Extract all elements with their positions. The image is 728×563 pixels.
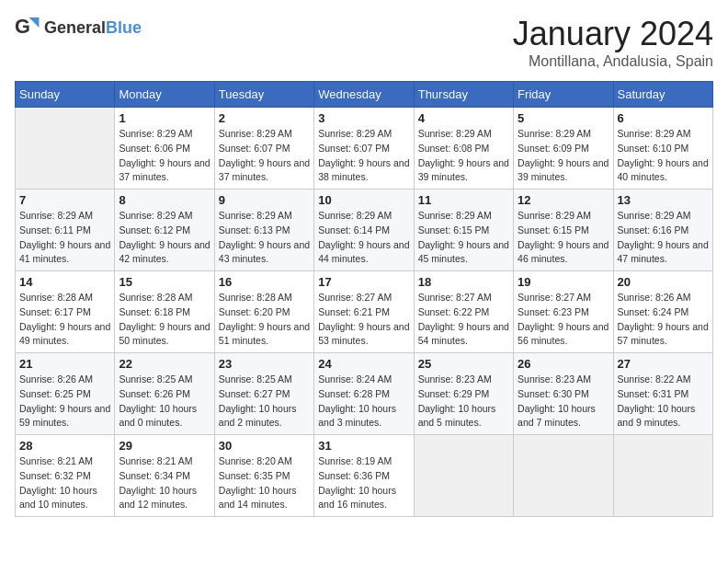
column-header-friday: Friday xyxy=(514,82,613,108)
calendar-cell xyxy=(16,108,115,190)
day-info: Sunrise: 8:21 AMSunset: 6:34 PMDaylight:… xyxy=(119,454,210,512)
day-info: Sunrise: 8:29 AMSunset: 6:15 PMDaylight:… xyxy=(418,209,509,267)
calendar-cell: 20Sunrise: 8:26 AMSunset: 6:24 PMDayligh… xyxy=(613,271,712,353)
day-number: 29 xyxy=(119,439,210,453)
month-title: January 2024 xyxy=(513,15,713,53)
page-header: G GeneralBlue January 2024 Montillana, A… xyxy=(15,15,713,70)
calendar-cell: 19Sunrise: 8:27 AMSunset: 6:23 PMDayligh… xyxy=(514,271,613,353)
day-info: Sunrise: 8:28 AMSunset: 6:17 PMDaylight:… xyxy=(19,291,110,349)
day-number: 22 xyxy=(119,357,210,371)
calendar-week-row: 28Sunrise: 8:21 AMSunset: 6:32 PMDayligh… xyxy=(16,435,713,517)
day-info: Sunrise: 8:29 AMSunset: 6:07 PMDaylight:… xyxy=(318,127,409,185)
day-number: 5 xyxy=(518,111,609,125)
location-title: Montillana, Andalusia, Spain xyxy=(513,53,713,70)
calendar-table: SundayMondayTuesdayWednesdayThursdayFrid… xyxy=(15,81,713,517)
day-number: 4 xyxy=(418,111,509,125)
day-number: 9 xyxy=(219,193,310,207)
day-info: Sunrise: 8:29 AMSunset: 6:10 PMDaylight:… xyxy=(618,127,709,185)
day-info: Sunrise: 8:19 AMSunset: 6:36 PMDaylight:… xyxy=(318,454,409,512)
calendar-week-row: 14Sunrise: 8:28 AMSunset: 6:17 PMDayligh… xyxy=(16,271,713,353)
column-header-tuesday: Tuesday xyxy=(214,82,313,108)
svg-text:G: G xyxy=(15,15,30,38)
day-info: Sunrise: 8:29 AMSunset: 6:16 PMDaylight:… xyxy=(618,209,709,267)
calendar-cell: 13Sunrise: 8:29 AMSunset: 6:16 PMDayligh… xyxy=(613,190,712,271)
day-info: Sunrise: 8:23 AMSunset: 6:29 PMDaylight:… xyxy=(418,373,509,431)
day-info: Sunrise: 8:25 AMSunset: 6:26 PMDaylight:… xyxy=(119,373,210,431)
calendar-cell: 16Sunrise: 8:28 AMSunset: 6:20 PMDayligh… xyxy=(214,271,313,353)
day-info: Sunrise: 8:27 AMSunset: 6:22 PMDaylight:… xyxy=(418,291,509,349)
day-number: 12 xyxy=(518,193,609,207)
day-number: 13 xyxy=(618,193,709,207)
calendar-cell: 3Sunrise: 8:29 AMSunset: 6:07 PMDaylight… xyxy=(314,108,414,190)
day-info: Sunrise: 8:28 AMSunset: 6:20 PMDaylight:… xyxy=(219,291,310,349)
day-info: Sunrise: 8:29 AMSunset: 6:14 PMDaylight:… xyxy=(318,209,409,267)
calendar-cell: 17Sunrise: 8:27 AMSunset: 6:21 PMDayligh… xyxy=(314,271,414,353)
day-info: Sunrise: 8:29 AMSunset: 6:11 PMDaylight:… xyxy=(19,209,110,267)
day-number: 11 xyxy=(418,193,509,207)
day-number: 28 xyxy=(19,439,110,453)
calendar-cell: 30Sunrise: 8:20 AMSunset: 6:35 PMDayligh… xyxy=(214,435,313,517)
calendar-cell: 1Sunrise: 8:29 AMSunset: 6:06 PMDaylight… xyxy=(115,108,214,190)
day-number: 16 xyxy=(219,275,310,289)
day-info: Sunrise: 8:29 AMSunset: 6:09 PMDaylight:… xyxy=(518,127,609,185)
day-number: 8 xyxy=(119,193,210,207)
calendar-cell: 23Sunrise: 8:25 AMSunset: 6:27 PMDayligh… xyxy=(214,353,313,435)
day-info: Sunrise: 8:29 AMSunset: 6:13 PMDaylight:… xyxy=(219,209,310,267)
day-info: Sunrise: 8:26 AMSunset: 6:25 PMDaylight:… xyxy=(19,373,110,431)
calendar-cell: 25Sunrise: 8:23 AMSunset: 6:29 PMDayligh… xyxy=(414,353,513,435)
calendar-cell: 18Sunrise: 8:27 AMSunset: 6:22 PMDayligh… xyxy=(414,271,513,353)
day-info: Sunrise: 8:23 AMSunset: 6:30 PMDaylight:… xyxy=(518,373,609,431)
day-info: Sunrise: 8:24 AMSunset: 6:28 PMDaylight:… xyxy=(318,373,409,431)
day-number: 14 xyxy=(19,275,110,289)
calendar-cell: 27Sunrise: 8:22 AMSunset: 6:31 PMDayligh… xyxy=(613,353,712,435)
day-number: 17 xyxy=(318,275,409,289)
calendar-cell: 11Sunrise: 8:29 AMSunset: 6:15 PMDayligh… xyxy=(414,190,513,271)
calendar-cell: 7Sunrise: 8:29 AMSunset: 6:11 PMDaylight… xyxy=(16,190,115,271)
day-number: 30 xyxy=(219,439,310,453)
day-number: 10 xyxy=(318,193,409,207)
column-header-saturday: Saturday xyxy=(613,82,712,108)
calendar-cell: 12Sunrise: 8:29 AMSunset: 6:15 PMDayligh… xyxy=(514,190,613,271)
day-number: 24 xyxy=(318,357,409,371)
day-number: 19 xyxy=(518,275,609,289)
title-area: January 2024 Montillana, Andalusia, Spai… xyxy=(513,15,713,70)
day-number: 1 xyxy=(119,111,210,125)
day-info: Sunrise: 8:29 AMSunset: 6:12 PMDaylight:… xyxy=(119,209,210,267)
logo-icon: G xyxy=(15,15,40,40)
day-info: Sunrise: 8:29 AMSunset: 6:15 PMDaylight:… xyxy=(518,209,609,267)
calendar-header-row: SundayMondayTuesdayWednesdayThursdayFrid… xyxy=(16,82,713,108)
day-info: Sunrise: 8:20 AMSunset: 6:35 PMDaylight:… xyxy=(219,454,310,512)
day-info: Sunrise: 8:29 AMSunset: 6:07 PMDaylight:… xyxy=(219,127,310,185)
column-header-wednesday: Wednesday xyxy=(314,82,414,108)
calendar-cell: 15Sunrise: 8:28 AMSunset: 6:18 PMDayligh… xyxy=(115,271,214,353)
calendar-cell xyxy=(613,435,712,517)
calendar-cell xyxy=(514,435,613,517)
svg-marker-1 xyxy=(29,17,40,28)
column-header-sunday: Sunday xyxy=(16,82,115,108)
calendar-cell: 10Sunrise: 8:29 AMSunset: 6:14 PMDayligh… xyxy=(314,190,414,271)
calendar-cell: 2Sunrise: 8:29 AMSunset: 6:07 PMDaylight… xyxy=(214,108,313,190)
calendar-week-row: 21Sunrise: 8:26 AMSunset: 6:25 PMDayligh… xyxy=(16,353,713,435)
day-number: 7 xyxy=(19,193,110,207)
logo: G GeneralBlue xyxy=(15,15,142,40)
calendar-cell: 24Sunrise: 8:24 AMSunset: 6:28 PMDayligh… xyxy=(314,353,414,435)
day-number: 2 xyxy=(219,111,310,125)
day-number: 3 xyxy=(318,111,409,125)
day-number: 26 xyxy=(518,357,609,371)
day-info: Sunrise: 8:29 AMSunset: 6:08 PMDaylight:… xyxy=(418,127,509,185)
day-number: 20 xyxy=(618,275,709,289)
day-info: Sunrise: 8:26 AMSunset: 6:24 PMDaylight:… xyxy=(618,291,709,349)
calendar-cell: 29Sunrise: 8:21 AMSunset: 6:34 PMDayligh… xyxy=(115,435,214,517)
day-info: Sunrise: 8:21 AMSunset: 6:32 PMDaylight:… xyxy=(19,454,110,512)
day-info: Sunrise: 8:25 AMSunset: 6:27 PMDaylight:… xyxy=(219,373,310,431)
calendar-cell: 14Sunrise: 8:28 AMSunset: 6:17 PMDayligh… xyxy=(16,271,115,353)
column-header-monday: Monday xyxy=(115,82,214,108)
day-number: 23 xyxy=(219,357,310,371)
day-number: 25 xyxy=(418,357,509,371)
day-number: 21 xyxy=(19,357,110,371)
day-number: 18 xyxy=(418,275,509,289)
day-number: 6 xyxy=(618,111,709,125)
calendar-week-row: 7Sunrise: 8:29 AMSunset: 6:11 PMDaylight… xyxy=(16,190,713,271)
calendar-cell: 28Sunrise: 8:21 AMSunset: 6:32 PMDayligh… xyxy=(16,435,115,517)
day-info: Sunrise: 8:28 AMSunset: 6:18 PMDaylight:… xyxy=(119,291,210,349)
